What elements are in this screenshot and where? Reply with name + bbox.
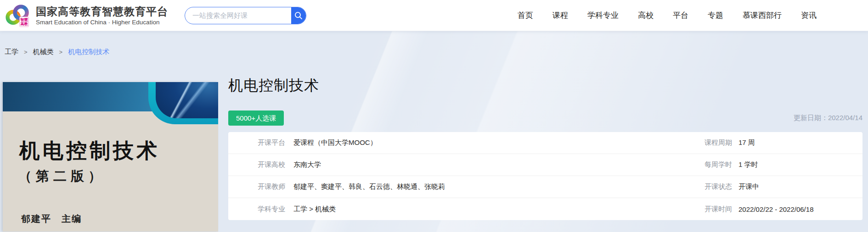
course-detail: 机电控制技术 （第二版） 郁建平 主编 机电控制技术 5000+人选课 更新日期…: [0, 69, 868, 232]
search-input[interactable]: [185, 7, 291, 24]
info-label: 开课状态: [705, 182, 732, 191]
main-nav: 首页 课程 学科专业 高校 平台 专题 慕课西部行 资讯: [518, 10, 868, 21]
info-value: 17 周: [738, 138, 823, 147]
info-label: 每周学时: [705, 160, 732, 169]
info-label: 开课高校: [258, 160, 286, 169]
info-right-pair: 课程周期 17 周: [705, 138, 862, 147]
site-subtitle: Smart Education of China · Higher Educat…: [36, 19, 168, 26]
nav-item-colleges[interactable]: 高校: [638, 10, 654, 21]
info-label: 开课教师: [258, 182, 286, 191]
nav-item-platform[interactable]: 平台: [673, 10, 688, 21]
course-content: 机电控制技术 5000+人选课 更新日期：2022/04/14 开课平台 爱课程…: [218, 69, 868, 220]
course-info-row: 开课教师 郁建平、窦建平、韩良、石云德、林晓通、张晓莉 开课状态 开课中: [228, 176, 862, 198]
info-value: 开课中: [738, 182, 823, 191]
info-right-pair: 每周学时 1 学时: [705, 160, 862, 169]
cover-teal-swoosh: [148, 82, 218, 124]
update-date-value: 2022/04/14: [828, 114, 862, 122]
course-info-row: 学科专业 工学 > 机械类 开课时间 2022/02/22 - 2022/06/…: [228, 198, 862, 220]
info-value: 2022/02/22 - 2022/06/18: [738, 205, 823, 213]
course-info-row: 开课高校 东南大学 每周学时 1 学时: [228, 154, 862, 176]
smart-education-logo-icon: 智慧 高教: [5, 3, 31, 28]
site-logo[interactable]: 智慧 高教: [5, 2, 31, 29]
nav-item-home[interactable]: 首页: [518, 10, 533, 21]
cover-photo-inset: [156, 82, 218, 118]
info-label: 开课平台: [258, 138, 286, 147]
info-value: 工学 > 机械类: [293, 205, 336, 214]
update-date: 更新日期：2022/04/14: [794, 114, 862, 122]
course-title: 机电控制技术: [228, 76, 862, 96]
nav-item-news[interactable]: 资讯: [801, 10, 817, 21]
search-button[interactable]: [291, 7, 306, 24]
nav-item-courses[interactable]: 课程: [552, 10, 568, 21]
breadcrumb: 工学 > 机械类 > 机电控制技术: [0, 31, 868, 56]
breadcrumb-item-engineering[interactable]: 工学: [5, 48, 18, 56]
nav-item-mooc-west[interactable]: 慕课西部行: [743, 10, 782, 21]
enrollment-badge: 5000+人选课: [228, 110, 284, 126]
info-right-pair: 开课时间 2022/02/22 - 2022/06/18: [705, 205, 862, 214]
update-date-label: 更新日期：: [794, 114, 828, 122]
breadcrumb-separator-icon: >: [24, 49, 28, 55]
info-label: 课程周期: [705, 138, 732, 147]
cover-title: 机电控制技术: [19, 137, 160, 165]
brand-block: 国家高等教育智慧教育平台 Smart Education of China · …: [36, 6, 168, 26]
nav-item-topics[interactable]: 专题: [708, 10, 723, 21]
course-info-row: 开课平台 爱课程（中国大学MOOC） 课程周期 17 周: [228, 132, 862, 154]
cover-edition: （第二版）: [18, 167, 106, 186]
info-value: 1 学时: [738, 160, 823, 169]
info-value: 东南大学: [293, 160, 321, 169]
course-cover-image: 机电控制技术 （第二版） 郁建平 主编: [0, 69, 218, 232]
info-label: 开课时间: [705, 205, 732, 214]
course-info-panel: 开课平台 爱课程（中国大学MOOC） 课程周期 17 周 开课高校 东南大学 每…: [228, 132, 862, 220]
breadcrumb-item-machinery[interactable]: 机械类: [33, 48, 54, 56]
breadcrumb-separator-icon: >: [59, 49, 63, 55]
site-header: 智慧 高教 国家高等教育智慧教育平台 Smart Education of Ch…: [0, 0, 868, 31]
info-value: 郁建平、窦建平、韩良、石云德、林晓通、张晓莉: [293, 182, 445, 191]
course-meta-row: 5000+人选课 更新日期：2022/04/14: [228, 110, 862, 126]
info-right-pair: 开课状态 开课中: [705, 182, 862, 191]
search-icon: [294, 11, 303, 20]
cover-author: 郁建平 主编: [21, 213, 82, 225]
info-label: 学科专业: [258, 205, 286, 214]
site-title: 国家高等教育智慧教育平台: [36, 6, 168, 18]
nav-item-disciplines[interactable]: 学科专业: [587, 10, 619, 21]
info-value: 爱课程（中国大学MOOC）: [293, 138, 377, 147]
svg-text:高教: 高教: [20, 22, 28, 26]
breadcrumb-item-current[interactable]: 机电控制技术: [68, 48, 109, 56]
book-cover: 机电控制技术 （第二版） 郁建平 主编: [3, 82, 218, 232]
search-bar: [185, 7, 306, 24]
